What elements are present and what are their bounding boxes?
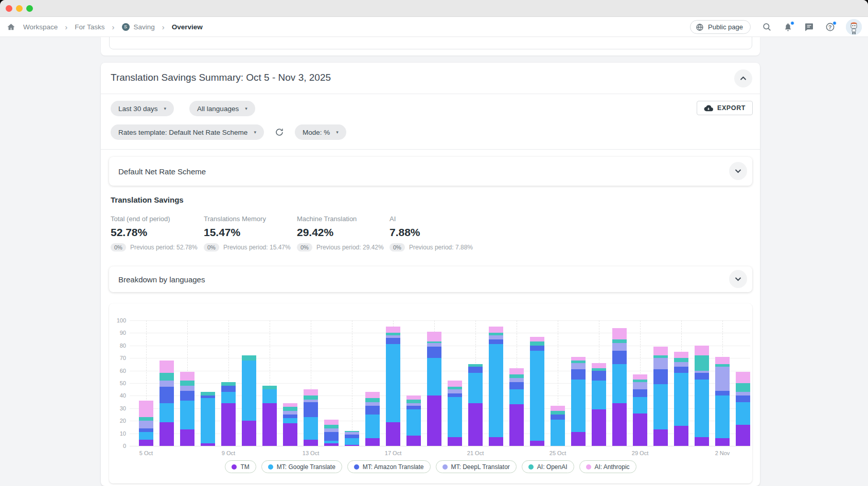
breadcrumb-for-tasks[interactable]: For Tasks xyxy=(75,23,104,31)
bar-segment xyxy=(160,373,174,381)
legend-chip[interactable]: AI: Anthropic xyxy=(579,460,636,473)
bar-segment xyxy=(695,437,709,446)
date-range-dropdown[interactable]: Last 30 days ▾ xyxy=(111,101,174,116)
bar-segment xyxy=(571,432,586,446)
notifications-bell-icon[interactable] xyxy=(783,22,793,32)
bar-segment xyxy=(592,381,606,409)
legend-chip[interactable]: MT: Google Translate xyxy=(261,460,342,473)
legend-chip[interactable]: TM xyxy=(225,460,256,473)
y-axis-label: 0 xyxy=(111,443,126,449)
bar-segment xyxy=(139,440,153,446)
mode-dropdown[interactable]: Mode: % ▾ xyxy=(295,124,346,140)
bar-segment xyxy=(468,367,483,373)
bar-segment xyxy=(715,357,730,365)
messages-icon[interactable] xyxy=(804,22,814,32)
chevron-up-icon xyxy=(740,76,747,81)
search-icon[interactable] xyxy=(761,22,772,32)
bar-segment xyxy=(489,339,503,345)
x-axis-label: 13 Oct xyxy=(295,450,326,456)
bar-segment xyxy=(653,429,668,446)
bar-segment xyxy=(612,403,627,446)
cloud-download-icon xyxy=(704,105,713,112)
legend-dot-icon xyxy=(528,464,534,470)
bar-segment xyxy=(674,367,688,373)
breadcrumb-overview: Overview xyxy=(172,23,203,31)
bar-segment xyxy=(386,422,400,446)
legend-chip[interactable]: MT: DeepL Translator xyxy=(436,460,517,473)
y-axis-label: 60 xyxy=(111,368,126,374)
savings-chart-card: 01020304050607080901005 Oct9 Oct13 Oct17… xyxy=(109,303,752,483)
x-axis-label: 17 Oct xyxy=(378,450,409,456)
bar-segment xyxy=(386,333,400,335)
y-axis-label: 10 xyxy=(111,430,126,437)
bar-segment xyxy=(674,426,688,446)
bar-segment xyxy=(736,402,750,425)
bar-segment xyxy=(592,371,606,381)
bar-segment xyxy=(324,441,339,443)
help-icon[interactable]: ? xyxy=(825,22,835,32)
bar-segment xyxy=(736,395,750,402)
bar-segment xyxy=(592,368,606,371)
window-minimize-button[interactable] xyxy=(16,5,23,12)
bar-segment xyxy=(633,380,647,382)
bar-segment xyxy=(345,445,359,446)
breakdown-by-languages-card[interactable]: Breakdown by languages xyxy=(109,266,752,292)
bar-segment xyxy=(530,346,544,351)
bar-segment xyxy=(551,411,565,415)
bar-segment xyxy=(695,355,709,370)
home-icon[interactable] xyxy=(6,22,16,32)
expand-rate-scheme-button[interactable] xyxy=(729,162,747,180)
legend-chip[interactable]: MT: Amazon Translate xyxy=(347,460,431,473)
bar-segment xyxy=(509,368,524,374)
bar-segment xyxy=(406,395,421,399)
window-titlebar xyxy=(0,0,868,17)
bar-segment xyxy=(612,339,627,343)
breadcrumb-saving[interactable]: Saving xyxy=(134,23,155,31)
bar-segment xyxy=(283,418,297,423)
y-axis-label: 20 xyxy=(111,418,126,424)
bar-segment xyxy=(365,402,380,406)
bar-segment xyxy=(592,363,606,368)
export-button[interactable]: EXPORT xyxy=(697,101,753,115)
legend-label: MT: DeepL Translator xyxy=(451,463,510,471)
public-page-button[interactable]: Public page xyxy=(690,20,751,34)
notification-dot xyxy=(832,21,837,25)
bar-segment xyxy=(283,403,297,407)
bar-segment xyxy=(365,415,380,438)
bar-segment xyxy=(653,358,668,369)
bar-segment xyxy=(715,391,730,396)
x-axis-label: 9 Oct xyxy=(213,450,244,456)
collapse-section-button[interactable] xyxy=(734,69,752,87)
avatar[interactable] xyxy=(846,19,862,35)
window-close-button[interactable] xyxy=(6,5,12,12)
top-nav-bar: Workspace › For Tasks › S Saving › Overv… xyxy=(0,17,868,37)
y-axis-label: 80 xyxy=(111,343,126,349)
y-axis-label: 30 xyxy=(111,405,126,411)
divider xyxy=(101,149,760,150)
refresh-icon[interactable] xyxy=(273,126,286,138)
breadcrumb: Workspace › For Tasks › S Saving › Overv… xyxy=(0,22,203,32)
bar-segment xyxy=(633,413,647,446)
y-axis-label: 90 xyxy=(111,330,126,336)
languages-dropdown[interactable]: All languages ▾ xyxy=(189,101,255,116)
expand-breakdown-button[interactable] xyxy=(729,270,747,288)
bar-segment xyxy=(304,440,318,446)
rate-scheme-card[interactable]: Default Net Rate Scheme xyxy=(109,157,752,186)
bar-segment xyxy=(406,409,421,436)
x-axis-label: 25 Oct xyxy=(542,450,573,456)
legend-chip[interactable]: AI: OpenAI xyxy=(522,460,574,473)
delta-badge: 0% xyxy=(297,243,312,251)
project-badge-icon: S xyxy=(122,23,130,31)
breadcrumb-workspace[interactable]: Workspace xyxy=(23,23,58,31)
delta-badge: 0% xyxy=(204,243,219,251)
chart-plot: 01020304050607080901005 Oct9 Oct13 Oct17… xyxy=(130,320,750,446)
rates-template-dropdown[interactable]: Rates template: Default Net Rate Scheme … xyxy=(111,124,264,140)
delta-badge: 0% xyxy=(389,243,405,251)
window-zoom-button[interactable] xyxy=(26,5,33,12)
bar-segment xyxy=(345,435,359,438)
chevron-down-icon xyxy=(735,169,741,173)
bar-segment xyxy=(633,389,647,397)
delta-badge: 0% xyxy=(111,243,126,251)
bar-segment xyxy=(139,432,153,440)
bar-segment xyxy=(509,404,524,446)
